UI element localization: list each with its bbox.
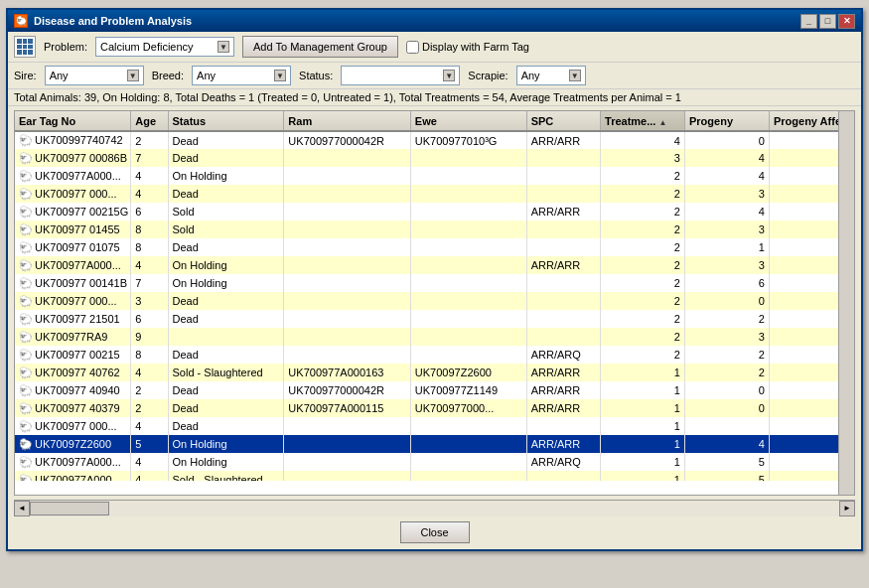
- status-dropdown[interactable]: ▼: [341, 66, 460, 85]
- table-row[interactable]: 🐑UK700977 000...4Dead1: [15, 417, 854, 435]
- cell-ewe: [410, 471, 526, 481]
- status-dropdown-arrow: ▼: [443, 70, 455, 81]
- cell-treatment: 2: [601, 310, 685, 328]
- cell-ram: [284, 346, 410, 364]
- hscroll-left-button[interactable]: ◄: [14, 501, 30, 516]
- cell-age: 4: [131, 453, 168, 471]
- cell-ewe: [410, 203, 526, 220]
- col-header-treatment[interactable]: Treatme... ▲: [601, 111, 685, 131]
- cell-treatment: 1: [601, 435, 685, 453]
- table-row[interactable]: 🐑UK700977A000...4On HoldingARR/ARQ15: [15, 453, 854, 471]
- col-header-status[interactable]: Status: [168, 111, 284, 131]
- col-header-age[interactable]: Age: [131, 111, 168, 131]
- problem-dropdown[interactable]: Calcium Deficiency ▼: [95, 37, 234, 57]
- cell-progeny: 2: [684, 310, 769, 328]
- cell-status: Sold - Slaughtered: [168, 471, 284, 481]
- cell-age: 4: [131, 256, 168, 274]
- cell-ram: [284, 220, 410, 238]
- table-row[interactable]: 🐑UK700977 00086B7Dead34: [15, 149, 854, 167]
- table-row[interactable]: 🐑UK700977 215016Dead22: [15, 310, 854, 328]
- cell-ram: [284, 185, 410, 203]
- sheep-icon: 🐑: [19, 367, 33, 378]
- cell-treatment: 3: [601, 149, 685, 167]
- horizontal-scrollbar[interactable]: ◄ ►: [14, 500, 855, 515]
- window-title: Disease and Problem Analysis: [34, 15, 192, 27]
- cell-ewe: [410, 435, 526, 453]
- cell-treatment: 4: [601, 131, 685, 149]
- table-row[interactable]: 🐑UK700977A000...4On HoldingARR/ARR23: [15, 256, 854, 274]
- cell-treatment: 2: [601, 167, 685, 185]
- sheep-icon: 🐑: [19, 349, 33, 361]
- hscroll-track[interactable]: [30, 501, 839, 516]
- table-row[interactable]: 🐑UK700977 00141B7On Holding26: [15, 274, 854, 292]
- breed-dropdown-arrow: ▼: [274, 70, 286, 81]
- cell-ram: [284, 149, 410, 167]
- table-row[interactable]: 🐑UK70097Z26005On HoldingARR/ARR14: [15, 435, 854, 453]
- cell-treatment: 2: [601, 328, 685, 346]
- table-row[interactable]: 🐑UK700977A000...4On Holding24: [15, 167, 854, 185]
- display-farm-tag-label[interactable]: Display with Farm Tag: [406, 41, 529, 54]
- cell-eartag: 🐑UK700977 40940: [15, 381, 131, 399]
- vertical-scrollbar[interactable]: [838, 111, 854, 495]
- scrapie-dropdown[interactable]: Any ▼: [516, 66, 586, 85]
- cell-spc: ARR/ARR: [526, 131, 600, 149]
- add-to-management-button[interactable]: Add To Management Group: [242, 36, 398, 58]
- table-row[interactable]: 🐑UK700977 010758Dead21: [15, 238, 854, 256]
- cell-age: 8: [131, 346, 168, 364]
- cell-treatment: 2: [601, 292, 685, 310]
- table-row[interactable]: 🐑UK700977 000...4Dead23: [15, 185, 854, 203]
- cell-ewe: [410, 274, 526, 292]
- col-header-progeny[interactable]: Progeny: [684, 111, 769, 131]
- cell-progeny: 6: [684, 274, 769, 292]
- close-button[interactable]: Close: [400, 521, 470, 543]
- table-row[interactable]: 🐑UK700977RA9923: [15, 328, 854, 346]
- table-row[interactable]: 🐑UK700977 002158DeadARR/ARQ22: [15, 346, 854, 364]
- col-header-eartag[interactable]: Ear Tag No: [15, 111, 131, 131]
- hscroll-right-button[interactable]: ►: [839, 501, 855, 516]
- table-row[interactable]: 🐑UK700977 000...3Dead20: [15, 292, 854, 310]
- sire-dropdown[interactable]: Any ▼: [45, 66, 144, 85]
- sheep-icon: 🐑: [19, 241, 33, 253]
- grid-icon[interactable]: [14, 36, 36, 58]
- app-icon: 🐑: [14, 14, 28, 28]
- table-row[interactable]: 🐑UK7009977407422DeadUK700977000042RUK700…: [15, 131, 854, 149]
- breed-label: Breed:: [152, 70, 184, 81]
- breed-dropdown[interactable]: Any ▼: [192, 66, 291, 85]
- col-header-ewe[interactable]: Ewe: [410, 111, 526, 131]
- cell-status: On Holding: [168, 274, 284, 292]
- hscroll-thumb[interactable]: [30, 502, 109, 515]
- table-row[interactable]: 🐑UK700977 407624Sold - SlaughteredUK7009…: [15, 364, 854, 381]
- cell-spc: [526, 167, 600, 185]
- cell-eartag: 🐑UK70097Z2600: [15, 435, 131, 453]
- cell-progeny: 0: [684, 399, 769, 417]
- display-farm-tag-checkbox[interactable]: [406, 41, 419, 54]
- col-header-ram[interactable]: Ram: [284, 111, 410, 131]
- cell-spc: [526, 185, 600, 203]
- cell-status: Dead: [168, 238, 284, 256]
- cell-age: 3: [131, 292, 168, 310]
- cell-ewe: [410, 328, 526, 346]
- table-row[interactable]: 🐑UK700977A000...4Sold - Slaughtered15: [15, 471, 854, 481]
- table-row[interactable]: 🐑UK700977 409402DeadUK700977000042RUK700…: [15, 381, 854, 399]
- sheep-icon: 🐑: [19, 206, 33, 218]
- table-row[interactable]: 🐑UK700977 00215G6SoldARR/ARR24: [15, 203, 854, 220]
- cell-ram: [284, 310, 410, 328]
- col-header-spc[interactable]: SPC: [526, 111, 600, 131]
- table-row[interactable]: 🐑UK700977 014558Sold23: [15, 220, 854, 238]
- problem-value: Calcium Deficiency: [100, 41, 216, 53]
- cell-age: 5: [131, 435, 168, 453]
- sire-label: Sire:: [14, 70, 37, 81]
- cell-treatment: 2: [601, 220, 685, 238]
- cell-status: On Holding: [168, 435, 284, 453]
- title-bar: 🐑 Disease and Problem Analysis _ □ ✕: [8, 10, 861, 32]
- table-row[interactable]: 🐑UK700977 403792DeadUK700977A000115UK700…: [15, 399, 854, 417]
- cell-age: 7: [131, 274, 168, 292]
- maximize-button[interactable]: □: [819, 14, 836, 29]
- cell-eartag: 🐑UK700997740742: [15, 131, 131, 149]
- minimize-button[interactable]: _: [800, 14, 817, 29]
- cell-spc: [526, 328, 600, 346]
- window-close-button[interactable]: ✕: [838, 14, 855, 29]
- cell-ewe: [410, 149, 526, 167]
- cell-ram: [284, 471, 410, 481]
- cell-progeny: 0: [684, 131, 769, 149]
